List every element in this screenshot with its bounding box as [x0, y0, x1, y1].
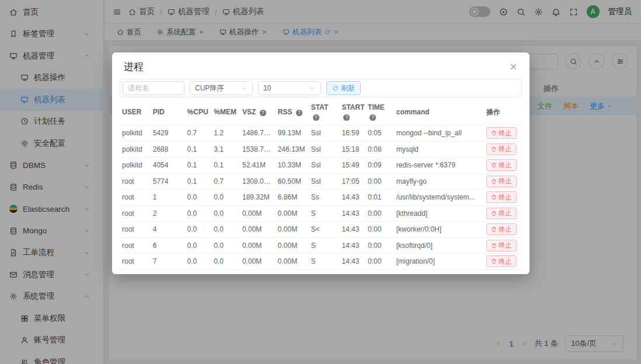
terminate-button[interactable]: 终止: [486, 176, 517, 187]
process-cell: 4054: [151, 158, 185, 174]
process-cell: 0.00M: [240, 237, 276, 254]
process-cell: 0:08: [365, 141, 394, 158]
process-row: root70.00.00.00M0.00MS14:430:00[migratio…: [120, 254, 522, 270]
process-cell: 5429: [151, 125, 185, 142]
process-cell: S: [309, 254, 340, 270]
chevron-down-icon: [241, 85, 248, 92]
terminate-label: 终止: [499, 241, 512, 250]
help-icon[interactable]: ?: [313, 114, 319, 121]
process-cell: 15:49: [339, 158, 365, 174]
process-cell: 0.0: [211, 237, 240, 254]
trash-icon: [491, 178, 497, 184]
process-cell: 246.13M: [276, 141, 309, 158]
terminate-button[interactable]: 终止: [486, 144, 517, 155]
process-row: root57740.10.71308.09M60.50MSsl17:050:00…: [120, 173, 522, 190]
process-cell: 0.0: [185, 190, 212, 206]
terminate-button[interactable]: 终止: [486, 191, 517, 203]
process-cell: 0.0: [211, 205, 240, 222]
process-cell: [kworker/0:0H]: [394, 222, 484, 238]
process-cell: 7: [151, 254, 185, 270]
process-cell: polkitd: [120, 125, 151, 142]
process-cell: 99.13M: [276, 125, 309, 142]
process-cell: S<: [309, 222, 340, 238]
close-icon[interactable]: [509, 62, 518, 71]
col-header-stat: STAT ?: [309, 100, 340, 125]
process-cell: 0.00M: [276, 205, 309, 222]
help-icon[interactable]: ?: [343, 114, 350, 121]
terminate-button[interactable]: 终止: [486, 208, 517, 219]
process-cell: 0.7: [185, 125, 212, 142]
process-row: root40.00.00.00M0.00MS<14:430:00[kworker…: [120, 222, 522, 238]
process-cell: 0.1: [185, 141, 212, 158]
process-cell: 0:00: [365, 222, 394, 238]
modal-header: 进程: [112, 52, 529, 79]
terminate-button[interactable]: 终止: [486, 256, 517, 267]
process-cell: [migration/0]: [394, 254, 484, 270]
sort-select-value: CUP降序: [195, 83, 224, 93]
help-icon[interactable]: ?: [296, 110, 302, 116]
process-cell: Ssl: [309, 173, 340, 190]
process-cell: S: [309, 205, 340, 222]
process-cell: 1: [151, 190, 185, 206]
process-cell: 0.0: [185, 254, 212, 270]
process-row: polkitd54290.71.21486.77M99.13MSsl16:590…: [120, 125, 522, 142]
col-header--mem: %MEM: [211, 100, 240, 125]
process-cell: 0.00M: [276, 237, 309, 254]
help-icon[interactable]: ?: [370, 114, 376, 121]
process-actions: 终止: [484, 190, 522, 206]
process-cell: 10.33M: [276, 158, 309, 174]
process-cell: 0:09: [365, 158, 394, 174]
terminate-button[interactable]: 终止: [486, 223, 517, 235]
process-cell: 189.32M: [240, 190, 276, 206]
terminate-button[interactable]: 终止: [486, 159, 517, 171]
sort-select[interactable]: CUP降序: [190, 81, 253, 95]
process-cell: 0.1: [185, 158, 212, 174]
help-icon[interactable]: ?: [260, 110, 266, 116]
chevron-down-icon: [309, 85, 316, 92]
process-cell: 0:00: [365, 173, 394, 190]
col-header--cpu: %CPU: [185, 100, 212, 125]
process-cell: [ksoftirqd/0]: [394, 237, 484, 254]
trash-icon: [491, 211, 497, 216]
process-cell: root: [120, 205, 151, 222]
col-header-vsz: VSZ ?: [240, 100, 276, 125]
col-header-command: command: [394, 100, 484, 125]
process-cell: 1308.09M: [240, 173, 276, 190]
process-cell: 0.00M: [240, 222, 276, 238]
process-cell: 1538.77M: [240, 141, 276, 158]
process-cell: 60.50M: [276, 173, 309, 190]
process-cell: 0:00: [365, 237, 394, 254]
process-cell: 14:43: [339, 254, 365, 270]
process-cell: 0.00M: [240, 205, 276, 222]
process-cell: 0.00M: [276, 254, 309, 270]
page-size-select-modal[interactable]: 10: [258, 81, 321, 95]
terminate-label: 终止: [499, 257, 512, 266]
process-cell: Ssl: [309, 125, 340, 142]
process-cell: polkitd: [120, 158, 151, 174]
process-cell: 5774: [151, 173, 185, 190]
process-row: root60.00.00.00M0.00MS14:430:00[ksoftirq…: [120, 237, 522, 254]
refresh-button[interactable]: 刷新: [326, 81, 361, 95]
process-cell: root: [120, 254, 151, 270]
terminate-label: 终止: [499, 209, 512, 218]
process-cell: Ssl: [309, 141, 340, 158]
process-cell: polkitd: [120, 141, 151, 158]
terminate-label: 终止: [499, 129, 512, 138]
process-table: USERPID%CPU%MEMVSZ ?RSS ?STAT ?START ?TI…: [120, 100, 522, 270]
process-cell: mysqld: [394, 141, 484, 158]
process-modal: 进程 CUP降序 10 刷新 USERPID%CPU%MEMVSZ ?RSS ?…: [112, 52, 529, 274]
terminate-button[interactable]: 终止: [486, 240, 517, 251]
process-cell: 17:05: [339, 173, 365, 190]
terminate-button[interactable]: 终止: [486, 127, 517, 139]
process-cell: 0:00: [365, 205, 394, 222]
trash-icon: [491, 243, 497, 249]
process-cell: root: [120, 190, 151, 206]
process-name-input[interactable]: [123, 81, 184, 95]
process-cell: root: [120, 173, 151, 190]
process-cell: 0:01: [365, 190, 394, 206]
process-cell: 0.1: [211, 158, 240, 174]
process-cell: S: [309, 237, 340, 254]
process-cell: Ssl: [309, 158, 340, 174]
process-actions: 终止: [484, 141, 522, 158]
process-cell: 2: [151, 205, 185, 222]
